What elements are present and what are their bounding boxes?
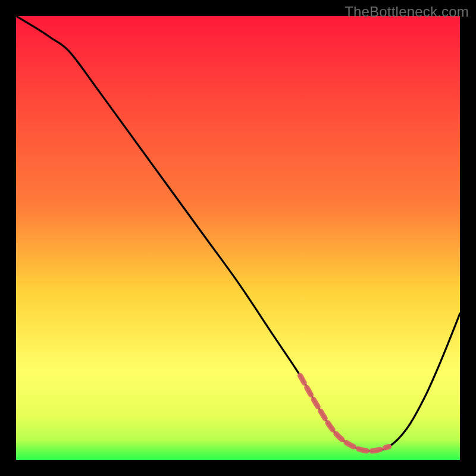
watermark-text: TheBottleneck.com	[345, 4, 469, 20]
chart-svg	[16, 16, 460, 460]
chart-frame: TheBottleneck.com	[0, 0, 476, 476]
plot-area	[16, 16, 460, 460]
gradient-background	[16, 16, 460, 460]
